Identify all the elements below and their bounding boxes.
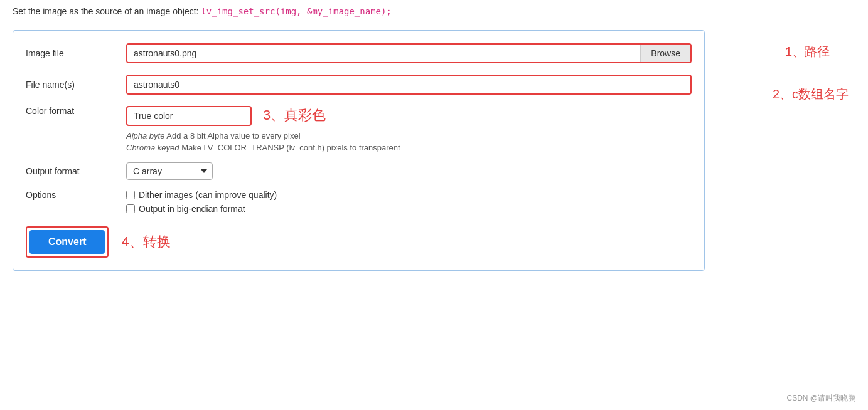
csdn-footer: CSDN @请叫我晓鹏 (786, 393, 855, 404)
color-format-select[interactable]: True color (126, 106, 252, 126)
annotation-2: 2、c数组名字 (773, 86, 849, 103)
image-file-label: Image file (26, 48, 126, 58)
filename-input[interactable] (127, 76, 690, 93)
color-format-select-wrap: True color (126, 106, 257, 126)
filename-label: File name(s) (26, 80, 126, 90)
image-file-row: Image file Browse (26, 43, 692, 63)
instruction-text: Set the image as the source of an image … (13, 6, 201, 16)
big-endian-checkbox[interactable] (126, 204, 135, 213)
convert-row: Convert 4、转换 (26, 226, 692, 258)
dither-option[interactable]: Dither images (can improve quality) (126, 190, 277, 200)
alpha-desc-row: Alpha byte Add a 8 bit Alpha value to ev… (126, 131, 692, 140)
color-format-row: Color format True color 3、真彩色 (26, 106, 692, 126)
color-format-label: Color format (26, 106, 126, 116)
annotation-1: 1、路径 (785, 43, 830, 60)
output-format-row: Output format C array Binary RGB565 Bina… (26, 162, 692, 180)
chroma-desc-row: Chroma keyed Make LV_COLOR_TRANSP (lv_co… (126, 143, 692, 152)
annotation-4: 4、转换 (121, 233, 170, 251)
alpha-label: Alpha byte (126, 131, 164, 140)
browse-button[interactable]: Browse (640, 45, 690, 62)
options-label: Options (26, 190, 126, 200)
color-format-value: True color (134, 111, 173, 121)
alpha-desc-text: Add a 8 bit Alpha value to every pixel (166, 131, 300, 140)
options-row: Options Dither images (can improve quali… (26, 190, 692, 214)
main-form-container: Image file Browse File name(s) Color for… (13, 30, 705, 271)
convert-button-wrap: Convert (26, 226, 109, 258)
filename-input-wrap (126, 75, 692, 95)
dither-label: Dither images (can improve quality) (139, 190, 277, 200)
dither-checkbox[interactable] (126, 191, 135, 199)
annotation-3: 3、真彩色 (263, 106, 326, 125)
big-endian-label: Output in big-endian format (139, 204, 245, 214)
instruction-code: lv_img_set_src(img, &my_image_name); (201, 6, 391, 16)
convert-button[interactable]: Convert (29, 230, 105, 254)
top-instruction: Set the image as the source of an image … (0, 0, 868, 20)
image-file-input-wrap: Browse (126, 43, 692, 63)
options-checks: Dither images (can improve quality) Outp… (126, 190, 277, 214)
filename-row: File name(s) (26, 75, 692, 95)
big-endian-option[interactable]: Output in big-endian format (126, 204, 277, 214)
output-format-label: Output format (26, 166, 126, 176)
image-file-field-group: Browse (126, 43, 692, 63)
chroma-label: Chroma keyed (126, 143, 179, 152)
image-file-input[interactable] (127, 45, 640, 62)
output-format-select[interactable]: C array Binary RGB565 Binary RGB332 (126, 162, 213, 180)
chroma-desc-text: Make LV_COLOR_TRANSP (lv_conf.h) pixels … (181, 143, 400, 152)
